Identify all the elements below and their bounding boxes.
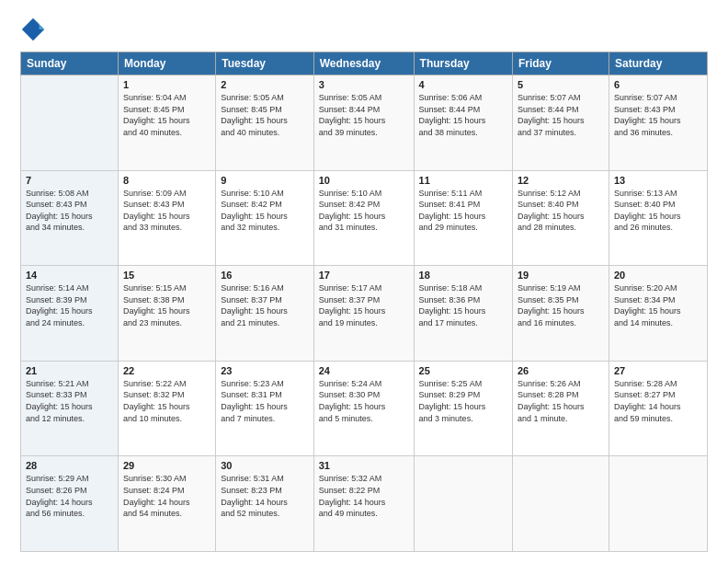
day-number: 19: [518, 270, 604, 281]
day-number: 8: [123, 175, 210, 186]
day-detail: Sunrise: 5:21 AM Sunset: 8:33 PM Dayligh…: [26, 378, 113, 424]
day-detail: Sunrise: 5:24 AM Sunset: 8:30 PM Dayligh…: [319, 378, 409, 424]
day-number: 11: [419, 175, 507, 186]
calendar-cell: [512, 456, 609, 552]
day-detail: Sunrise: 5:29 AM Sunset: 8:26 PM Dayligh…: [26, 473, 113, 519]
calendar-cell: 19Sunrise: 5:19 AM Sunset: 8:35 PM Dayli…: [512, 266, 609, 362]
day-number: 17: [319, 270, 409, 281]
day-number: 3: [319, 79, 409, 90]
header-tuesday: Tuesday: [216, 52, 314, 75]
calendar-week-row: 14Sunrise: 5:14 AM Sunset: 8:39 PM Dayli…: [21, 266, 708, 362]
calendar-cell: 4Sunrise: 5:06 AM Sunset: 8:44 PM Daylig…: [414, 75, 512, 171]
header-saturday: Saturday: [609, 52, 707, 75]
calendar-cell: 11Sunrise: 5:11 AM Sunset: 8:41 PM Dayli…: [414, 170, 512, 266]
day-detail: Sunrise: 5:31 AM Sunset: 8:23 PM Dayligh…: [221, 473, 309, 519]
calendar-table: SundayMondayTuesdayWednesdayThursdayFrid…: [20, 52, 708, 552]
page: SundayMondayTuesdayWednesdayThursdayFrid…: [0, 0, 728, 563]
day-detail: Sunrise: 5:07 AM Sunset: 8:44 PM Dayligh…: [518, 92, 604, 138]
day-number: 21: [26, 365, 113, 376]
calendar-cell: 15Sunrise: 5:15 AM Sunset: 8:38 PM Dayli…: [118, 266, 215, 362]
day-detail: Sunrise: 5:20 AM Sunset: 8:34 PM Dayligh…: [614, 282, 702, 328]
day-number: 24: [319, 365, 409, 376]
calendar-cell: [21, 75, 119, 171]
calendar-cell: 12Sunrise: 5:12 AM Sunset: 8:40 PM Dayli…: [512, 170, 609, 266]
day-detail: Sunrise: 5:11 AM Sunset: 8:41 PM Dayligh…: [419, 188, 507, 234]
calendar-cell: 6Sunrise: 5:07 AM Sunset: 8:43 PM Daylig…: [609, 75, 707, 171]
day-detail: Sunrise: 5:04 AM Sunset: 8:45 PM Dayligh…: [123, 92, 210, 138]
day-number: 28: [26, 460, 113, 471]
day-detail: Sunrise: 5:09 AM Sunset: 8:43 PM Dayligh…: [123, 188, 210, 234]
calendar-cell: 24Sunrise: 5:24 AM Sunset: 8:30 PM Dayli…: [313, 361, 414, 456]
calendar-cell: 29Sunrise: 5:30 AM Sunset: 8:24 PM Dayli…: [118, 456, 215, 552]
day-detail: Sunrise: 5:05 AM Sunset: 8:44 PM Dayligh…: [319, 92, 409, 138]
day-detail: Sunrise: 5:19 AM Sunset: 8:35 PM Dayligh…: [518, 282, 604, 328]
day-number: 10: [319, 175, 409, 186]
calendar-cell: 9Sunrise: 5:10 AM Sunset: 8:42 PM Daylig…: [216, 170, 314, 266]
calendar-cell: 16Sunrise: 5:16 AM Sunset: 8:37 PM Dayli…: [216, 266, 314, 362]
calendar-cell: 10Sunrise: 5:10 AM Sunset: 8:42 PM Dayli…: [313, 170, 414, 266]
day-number: 5: [518, 79, 604, 90]
calendar-cell: 27Sunrise: 5:28 AM Sunset: 8:27 PM Dayli…: [609, 361, 707, 456]
header-friday: Friday: [512, 52, 609, 75]
calendar-cell: 22Sunrise: 5:22 AM Sunset: 8:32 PM Dayli…: [118, 361, 215, 456]
day-number: 6: [614, 79, 702, 90]
day-number: 12: [518, 175, 604, 186]
calendar-cell: 23Sunrise: 5:23 AM Sunset: 8:31 PM Dayli…: [216, 361, 314, 456]
day-detail: Sunrise: 5:10 AM Sunset: 8:42 PM Dayligh…: [319, 188, 409, 234]
calendar-cell: 31Sunrise: 5:32 AM Sunset: 8:22 PM Dayli…: [313, 456, 414, 552]
calendar-cell: 13Sunrise: 5:13 AM Sunset: 8:40 PM Dayli…: [609, 170, 707, 266]
day-detail: Sunrise: 5:14 AM Sunset: 8:39 PM Dayligh…: [26, 282, 113, 328]
day-number: 29: [123, 460, 210, 471]
calendar-cell: 5Sunrise: 5:07 AM Sunset: 8:44 PM Daylig…: [512, 75, 609, 171]
header-wednesday: Wednesday: [313, 52, 414, 75]
day-number: 16: [221, 270, 309, 281]
day-detail: Sunrise: 5:25 AM Sunset: 8:29 PM Dayligh…: [419, 378, 507, 424]
calendar-cell: 20Sunrise: 5:20 AM Sunset: 8:34 PM Dayli…: [609, 266, 707, 362]
day-detail: Sunrise: 5:05 AM Sunset: 8:45 PM Dayligh…: [221, 92, 309, 138]
calendar-cell: [414, 456, 512, 552]
day-number: 27: [614, 365, 702, 376]
day-number: 1: [123, 79, 210, 90]
day-detail: Sunrise: 5:28 AM Sunset: 8:27 PM Dayligh…: [614, 378, 702, 424]
day-number: 7: [26, 175, 113, 186]
day-detail: Sunrise: 5:12 AM Sunset: 8:40 PM Dayligh…: [518, 188, 604, 234]
day-number: 20: [614, 270, 702, 281]
day-number: 31: [319, 460, 409, 471]
logo-icon: [20, 17, 46, 42]
day-detail: Sunrise: 5:06 AM Sunset: 8:44 PM Dayligh…: [419, 92, 507, 138]
day-detail: Sunrise: 5:18 AM Sunset: 8:36 PM Dayligh…: [419, 282, 507, 328]
header-thursday: Thursday: [414, 52, 512, 75]
day-detail: Sunrise: 5:13 AM Sunset: 8:40 PM Dayligh…: [614, 188, 702, 234]
day-number: 26: [518, 365, 604, 376]
day-number: 18: [419, 270, 507, 281]
calendar-cell: 18Sunrise: 5:18 AM Sunset: 8:36 PM Dayli…: [414, 266, 512, 362]
calendar-cell: 7Sunrise: 5:08 AM Sunset: 8:43 PM Daylig…: [21, 170, 119, 266]
calendar-week-row: 7Sunrise: 5:08 AM Sunset: 8:43 PM Daylig…: [21, 170, 708, 266]
day-detail: Sunrise: 5:26 AM Sunset: 8:28 PM Dayligh…: [518, 378, 604, 424]
calendar-week-row: 21Sunrise: 5:21 AM Sunset: 8:33 PM Dayli…: [21, 361, 708, 456]
calendar-cell: 26Sunrise: 5:26 AM Sunset: 8:28 PM Dayli…: [512, 361, 609, 456]
day-detail: Sunrise: 5:22 AM Sunset: 8:32 PM Dayligh…: [123, 378, 210, 424]
calendar-week-row: 1Sunrise: 5:04 AM Sunset: 8:45 PM Daylig…: [21, 75, 708, 171]
calendar-cell: 1Sunrise: 5:04 AM Sunset: 8:45 PM Daylig…: [118, 75, 215, 171]
calendar-cell: [609, 456, 707, 552]
day-detail: Sunrise: 5:32 AM Sunset: 8:22 PM Dayligh…: [319, 473, 409, 519]
calendar-cell: 21Sunrise: 5:21 AM Sunset: 8:33 PM Dayli…: [21, 361, 119, 456]
day-number: 25: [419, 365, 507, 376]
day-number: 30: [221, 460, 309, 471]
day-number: 4: [419, 79, 507, 90]
day-detail: Sunrise: 5:16 AM Sunset: 8:37 PM Dayligh…: [221, 282, 309, 328]
calendar-cell: 14Sunrise: 5:14 AM Sunset: 8:39 PM Dayli…: [21, 266, 119, 362]
day-number: 2: [221, 79, 309, 90]
day-number: 14: [26, 270, 113, 281]
calendar-cell: 8Sunrise: 5:09 AM Sunset: 8:43 PM Daylig…: [118, 170, 215, 266]
day-detail: Sunrise: 5:30 AM Sunset: 8:24 PM Dayligh…: [123, 473, 210, 519]
day-detail: Sunrise: 5:10 AM Sunset: 8:42 PM Dayligh…: [221, 188, 309, 234]
calendar-week-row: 28Sunrise: 5:29 AM Sunset: 8:26 PM Dayli…: [21, 456, 708, 552]
day-detail: Sunrise: 5:17 AM Sunset: 8:37 PM Dayligh…: [319, 282, 409, 328]
header-monday: Monday: [118, 52, 215, 75]
day-number: 9: [221, 175, 309, 186]
header: [20, 17, 708, 42]
day-detail: Sunrise: 5:15 AM Sunset: 8:38 PM Dayligh…: [123, 282, 210, 328]
calendar-cell: 2Sunrise: 5:05 AM Sunset: 8:45 PM Daylig…: [216, 75, 314, 171]
